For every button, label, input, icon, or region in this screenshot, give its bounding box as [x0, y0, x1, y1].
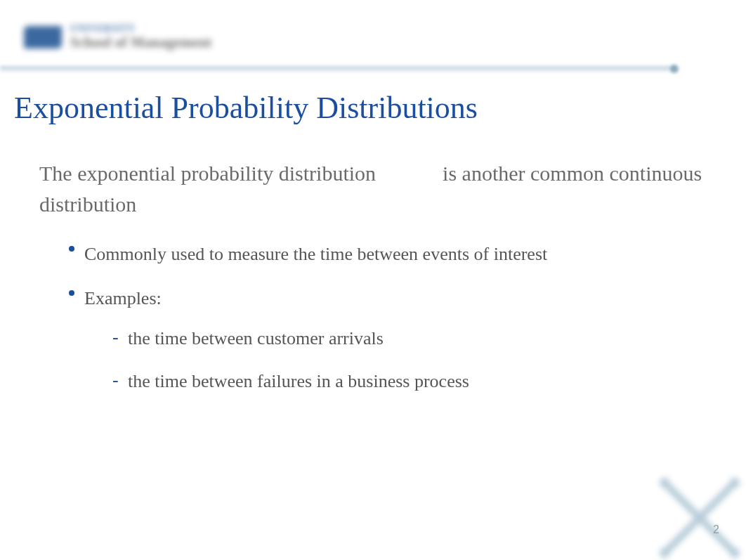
bullet-list: Commonly used to measure the time betwee… — [69, 240, 704, 395]
svg-point-2 — [660, 478, 669, 488]
slide: UNIVERSITY School of Management Exponent… — [0, 0, 746, 560]
header-divider-dot — [670, 65, 679, 73]
svg-point-4 — [660, 548, 669, 558]
header-divider — [0, 66, 676, 72]
logo-line2: School of Management — [70, 34, 212, 51]
sub-bullet-item: the time between failures in a business … — [112, 367, 704, 395]
slide-title: Exponential Probability Distributions — [14, 90, 718, 126]
logo-mark — [24, 26, 62, 48]
bullet-text: Commonly used to measure the time betwee… — [84, 244, 547, 264]
intro-paragraph: The exponential probability distribution… — [39, 158, 704, 219]
svg-point-3 — [730, 478, 740, 488]
slide-body: The exponential probability distribution… — [39, 158, 704, 412]
intro-term: exponential probability distribution — [77, 162, 376, 185]
sub-bullet-list: the time between customer arrivals the t… — [112, 325, 704, 395]
logo-text-block: UNIVERSITY School of Management — [70, 24, 212, 51]
logo-line1: UNIVERSITY — [70, 24, 212, 34]
sub-bullet-text: the time between failures in a business … — [128, 371, 469, 391]
intro-prefix: The — [39, 162, 77, 185]
header-logo: UNIVERSITY School of Management — [24, 20, 277, 55]
bullet-text: Examples: — [84, 288, 162, 308]
bullet-item: Commonly used to measure the time betwee… — [69, 240, 704, 268]
sub-bullet-text: the time between customer arrivals — [128, 328, 384, 349]
bullet-item: Examples: the time between customer arri… — [69, 285, 704, 395]
svg-point-5 — [730, 548, 740, 558]
sub-bullet-item: the time between customer arrivals — [112, 325, 704, 352]
corner-decoration — [650, 469, 746, 560]
